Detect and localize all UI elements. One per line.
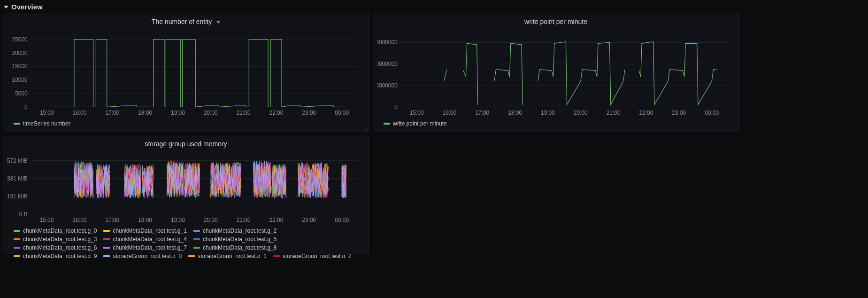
legend-label: storageGroup_root.test.g_1 (198, 253, 267, 258)
legend-swatch (193, 247, 200, 249)
svg-text:22:00: 22:00 (639, 110, 653, 116)
legend-label: chunkMetaData_root.test.g_2 (203, 227, 277, 234)
svg-text:15:00: 15:00 (40, 110, 54, 116)
legend-label: chunkMetaData_root.test.g_7 (113, 244, 186, 251)
svg-text:15:00: 15:00 (40, 217, 54, 223)
svg-text:00:00: 00:00 (335, 110, 349, 116)
legend-swatch (103, 255, 110, 257)
legend-label: storageGroup_root.test.g_2 (283, 253, 352, 258)
legend-label: chunkMetaData_root.test.g_5 (203, 236, 277, 243)
svg-text:17:00: 17:00 (105, 110, 119, 116)
legend-item[interactable]: storageGroup_root.test.g_2 (273, 253, 352, 258)
legend-item[interactable]: chunkMetaData_root.test.g_9 (14, 253, 97, 258)
legend-entity: timeSeries number (3, 118, 369, 132)
panel-title-text: storage group used memory (145, 140, 227, 148)
legend-swatch (14, 238, 20, 240)
svg-text:20:00: 20:00 (204, 217, 218, 223)
svg-text:21:00: 21:00 (237, 110, 251, 116)
legend-item[interactable]: chunkMetaData_root.test.g_2 (193, 227, 277, 234)
svg-text:23:00: 23:00 (672, 110, 686, 116)
chart-sgmem[interactable]: 0 B191 MiB381 MiB572 MiB15:0016:0017:001… (3, 149, 369, 225)
svg-text:191 MiB: 191 MiB (7, 193, 28, 200)
legend-swatch (14, 247, 20, 249)
svg-text:00:00: 00:00 (705, 110, 719, 116)
svg-text:15000000: 15000000 (377, 39, 398, 46)
legend-swatch (188, 255, 195, 257)
legend-swatch (384, 123, 390, 125)
svg-text:20:00: 20:00 (574, 110, 588, 116)
svg-text:23:00: 23:00 (302, 110, 316, 116)
legend-label: chunkMetaData_root.test.g_6 (23, 244, 97, 251)
svg-text:21:00: 21:00 (607, 110, 621, 116)
legend-wppm: write point per minute (373, 118, 738, 132)
svg-text:0: 0 (24, 103, 28, 110)
svg-text:20000: 20000 (12, 49, 28, 56)
svg-text:25000: 25000 (12, 36, 28, 43)
legend-label: chunkMetaData_root.test.g_9 (23, 253, 97, 258)
chevron-down-icon[interactable] (216, 21, 220, 24)
legend-swatch (273, 255, 280, 257)
svg-text:10000000: 10000000 (377, 61, 398, 67)
legend-swatch (14, 255, 20, 257)
legend-item[interactable]: chunkMetaData_root.test.g_5 (193, 236, 277, 243)
legend-label: timeSeries number (23, 120, 70, 127)
legend-item[interactable]: chunkMetaData_root.test.g_7 (103, 244, 186, 251)
svg-text:22:00: 22:00 (269, 217, 284, 223)
svg-text:0: 0 (394, 103, 398, 110)
svg-text:5000000: 5000000 (377, 82, 398, 89)
svg-text:18:00: 18:00 (138, 217, 152, 223)
svg-text:19:00: 19:00 (171, 217, 185, 223)
svg-text:21:00: 21:00 (237, 217, 251, 223)
legend-item[interactable]: chunkMetaData_root.test.g_6 (14, 244, 97, 251)
legend-label: chunkMetaData_root.test.g_3 (23, 236, 97, 243)
legend-item[interactable]: chunkMetaData_root.test.g_4 (103, 236, 186, 243)
chart-entity[interactable]: 050001000015000200002500015:0016:0017:00… (3, 27, 369, 118)
legend-swatch (103, 247, 110, 249)
section-title: Overview (11, 3, 43, 11)
legend-item[interactable]: storageGroup_root.test.g_1 (188, 253, 267, 258)
svg-text:17:00: 17:00 (105, 217, 119, 223)
legend-swatch (193, 230, 200, 232)
svg-text:19:00: 19:00 (541, 110, 555, 116)
legend-item[interactable]: chunkMetaData_root.test.g_0 (14, 227, 97, 234)
legend-label: chunkMetaData_root.test.g_0 (23, 227, 97, 234)
chart-svg: 05000000100000001500000015:0016:0017:001… (377, 31, 732, 118)
legend-swatch (103, 238, 110, 240)
svg-text:5000: 5000 (15, 90, 28, 97)
legend-swatch (14, 230, 20, 232)
panel-title[interactable]: write point per minute (373, 14, 738, 27)
legend-sgmem: chunkMetaData_root.test.g_0chunkMetaData… (3, 225, 369, 258)
chart-svg: 050001000015000200002500015:0016:0017:00… (7, 31, 362, 118)
legend-label: storageGroup_root.test.g_0 (113, 253, 182, 258)
resize-handle-icon[interactable] (364, 127, 368, 131)
legend-item[interactable]: storageGroup_root.test.g_0 (103, 253, 182, 258)
svg-text:381 MiB: 381 MiB (7, 175, 28, 182)
panel-entity: The number of entity 0500010000150002000… (3, 14, 369, 132)
svg-text:16:00: 16:00 (73, 110, 87, 116)
legend-swatch (193, 238, 200, 240)
legend-label: chunkMetaData_root.test.g_8 (203, 244, 277, 251)
svg-text:572 MiB: 572 MiB (7, 157, 28, 164)
legend-item[interactable]: timeSeries number (14, 120, 70, 127)
legend-item[interactable]: write point per minute (384, 120, 447, 127)
legend-label: chunkMetaData_root.test.g_1 (113, 227, 186, 234)
chevron-down-icon (4, 6, 8, 8)
panel-title-text: write point per minute (524, 18, 587, 25)
panel-sgmem: storage group used memory 0 B191 MiB381 … (3, 136, 369, 254)
svg-text:18:00: 18:00 (138, 110, 152, 116)
legend-swatch (103, 230, 110, 232)
svg-text:0 B: 0 B (19, 211, 28, 218)
svg-text:17:00: 17:00 (475, 110, 489, 116)
section-toggle[interactable]: Overview (0, 0, 868, 14)
legend-item[interactable]: chunkMetaData_root.test.g_3 (14, 236, 97, 243)
legend-item[interactable]: chunkMetaData_root.test.g_1 (103, 227, 186, 234)
svg-text:10000: 10000 (12, 77, 28, 83)
panel-title[interactable]: storage group used memory (3, 136, 369, 149)
chart-wppm[interactable]: 05000000100000001500000015:0016:0017:001… (373, 27, 738, 118)
legend-item[interactable]: chunkMetaData_root.test.g_8 (193, 244, 277, 251)
panel-wppm: write point per minute 05000000100000001… (373, 14, 739, 132)
panel-title[interactable]: The number of entity (3, 14, 369, 27)
svg-text:23:00: 23:00 (302, 217, 316, 223)
legend-swatch (14, 123, 20, 125)
svg-text:20:00: 20:00 (204, 110, 218, 116)
